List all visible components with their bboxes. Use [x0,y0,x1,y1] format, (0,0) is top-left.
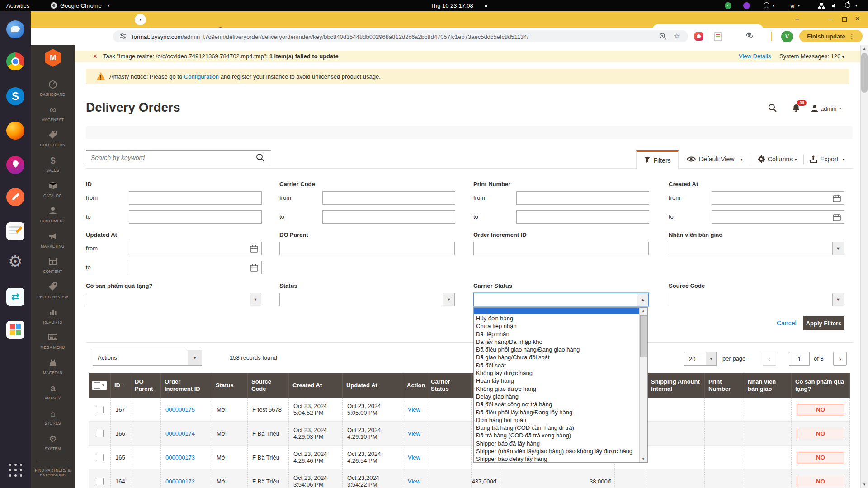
site-controls-icon[interactable] [119,33,127,41]
tab-search-chevron-icon[interactable]: ▾ [135,14,146,25]
view-link[interactable]: View [408,454,427,461]
dropdown-option[interactable]: Hủy đơn hàng [474,314,640,322]
media-app-dock-icon[interactable] [6,156,24,174]
settings-dock-icon[interactable]: ⚙ [6,253,24,271]
updated-at-to-input[interactable] [129,261,262,274]
chrome-dock-icon[interactable] [6,52,24,70]
skype-dock-icon[interactable]: S [6,87,24,105]
app-grid-dock-icon[interactable] [6,461,24,479]
column-header-updated[interactable]: Updated At [343,373,403,398]
filters-tab[interactable]: Filters [636,150,679,169]
row-checkbox[interactable] [96,454,104,461]
power-icon[interactable] [845,2,850,8]
c-s-n-ph-m-qu-t-ng--select[interactable]: ▼ [86,293,261,306]
admin-search-icon[interactable] [768,103,778,115]
sidebar-item-content[interactable]: Content [31,256,75,279]
dropdown-option[interactable]: Delay giao hàng [474,393,640,400]
column-header-order_increment_id[interactable]: Order Increment ID [161,373,212,398]
nh-n-vi-n-b-n-giao-select[interactable]: ▼ [669,242,844,255]
keyword-search-icon[interactable] [256,153,265,164]
dropdown-option[interactable]: Đã đối soát [474,361,640,369]
view-link[interactable]: View [408,430,427,437]
export-button[interactable]: Export [820,155,838,163]
browser-scrollbar[interactable]: ▲ ▼ [860,45,868,488]
dropdown-option[interactable]: Đã giao hàng/Chưa đối soát [474,353,640,361]
calendar-icon[interactable] [833,194,842,202]
default-view-button[interactable]: Default View [699,155,734,163]
calendar-icon[interactable] [250,245,259,253]
actions-select[interactable]: Actions ▾ [93,350,202,366]
dropdown-option[interactable]: Shipper (nhân viên lấy/giao hàng) báo kh… [474,447,640,455]
sidebar-item-magenest[interactable]: ∞Magenest [31,104,75,127]
carrier-code-from-input[interactable] [322,191,455,205]
id-from-input[interactable] [129,191,262,205]
do-parent-input[interactable] [279,242,455,255]
carrier-status-select[interactable]: ▲ [473,293,649,306]
window-restore-icon[interactable] [842,17,847,22]
row-checkbox[interactable] [96,430,104,437]
activities-button[interactable]: Activities [6,0,29,11]
column-header-gift[interactable]: Có sản phẩm quà tặng? [792,373,850,398]
keyboard-language[interactable]: vi [790,0,794,11]
scroll-up-icon[interactable]: ▲ [861,45,868,52]
updated-at-from-input[interactable] [129,242,262,255]
new-tab-button[interactable]: + [795,15,799,24]
window-close-icon[interactable]: ✕ [855,15,860,22]
sync-app-dock-icon[interactable]: ⇄ [6,288,24,306]
kebab-menu-icon[interactable]: ⋮ [849,33,855,40]
dropdown-option[interactable]: Đã trả hàng (COD đã trả xong hàng) [474,432,640,439]
column-header-carrier_status[interactable]: Carrier Status [427,373,472,398]
sidebar-item-marketing[interactable]: Marketing [31,230,75,254]
url-text[interactable]: format.izysync.com/admin_t7o9enn/deliver… [132,33,643,40]
scroll-up-icon[interactable]: ▲ [640,308,647,314]
admin-account-icon[interactable] [811,104,819,114]
draw-app-dock-icon[interactable] [6,188,24,206]
dropdown-option[interactable]: Đã điều phối lấy hàng/Đang lấy hàng [474,408,640,416]
column-header-handover_staff[interactable]: Nhân viên bàn giao [744,373,792,398]
created-at-from-input[interactable] [712,191,844,205]
order-increment-link[interactable]: 000000172 [165,478,212,485]
admin-account-label[interactable]: admin [821,105,836,112]
sidebar-item-photo-review[interactable]: Photo Review [31,281,75,305]
column-header-action[interactable]: Action [403,373,427,398]
scrollbar-thumb[interactable] [640,315,647,357]
scroll-down-icon[interactable]: ▼ [640,455,647,462]
print-number-to-input[interactable] [516,210,649,224]
cancel-button[interactable]: Cancel [777,319,797,327]
sidebar-item-magefan[interactable]: Magefan [31,357,75,380]
dropdown-option[interactable]: Chưa tiếp nhận [474,322,640,330]
keyword-search-input[interactable] [86,150,271,164]
firefox-dock-icon[interactable] [6,122,24,140]
dropdown-option[interactable]: Đã tiếp nhận [474,330,640,338]
view-details-link[interactable]: View Details [739,53,771,60]
dropdown-option-blank[interactable] [474,308,640,314]
created-at-to-input[interactable] [712,210,844,224]
clock[interactable]: Thg 10 23 17:08 [430,0,473,11]
extension-list-icon[interactable] [714,32,722,41]
dropdown-option[interactable]: Đơn hàng bồi hoàn [474,416,640,424]
tray-status-icon[interactable]: ✓ [725,2,731,9]
finish-update-button[interactable]: Finish update⋮ [799,30,863,42]
sidebar-item-catalog[interactable]: Catalog [31,180,75,203]
scrollbar-thumb[interactable] [861,53,868,93]
extensions-puzzle-icon[interactable] [745,32,754,42]
row-checkbox[interactable] [96,478,104,485]
tray-app-icon[interactable] [743,2,750,9]
status-select[interactable]: ▼ [279,293,455,306]
column-header-id[interactable]: ID ↑ [111,373,131,398]
sidebar-item-stores[interactable]: ⌂Stores [31,408,75,431]
scroll-down-icon[interactable]: ▼ [861,481,868,488]
sidebar-item-find-partners-extensions[interactable]: Find Partners & Extensions [31,458,75,482]
volume-icon[interactable] [832,3,838,10]
page-number-input[interactable] [789,352,810,366]
dropdown-option[interactable]: Shipper báo delay lấy hàng [474,455,640,463]
sidebar-item-collection[interactable]: Collection [31,129,75,153]
system-messages-toggle[interactable]: System Messages: 126 ▾ [779,53,844,60]
carrier-code-to-input[interactable] [322,210,455,224]
sidebar-item-reports[interactable]: Reports [31,306,75,330]
order-increment-link[interactable]: 000000175 [165,406,212,413]
sidebar-item-sales[interactable]: $Sales [31,155,75,178]
view-link[interactable]: View [408,478,427,485]
order-increment-link[interactable]: 000000174 [165,430,212,437]
notes-app-dock-icon[interactable] [6,222,24,240]
